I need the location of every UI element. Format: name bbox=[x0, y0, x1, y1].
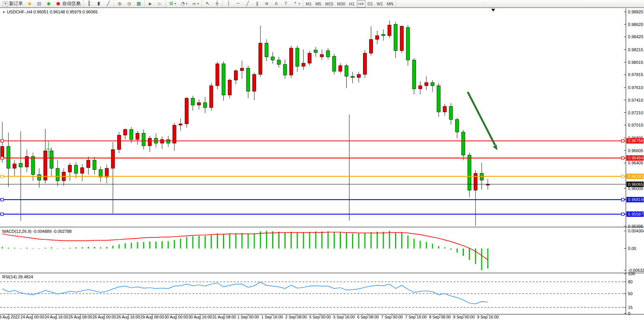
zoom-in-button[interactable]: ⊕ bbox=[115, 0, 124, 7]
candle bbox=[203, 102, 207, 107]
candle bbox=[302, 63, 305, 66]
candle bbox=[240, 68, 244, 71]
price-axis-label: 0.98420 bbox=[628, 34, 643, 39]
bar-chart-button[interactable]: ║ bbox=[85, 0, 94, 7]
vertical-line-button[interactable]: │ bbox=[224, 0, 233, 7]
metaeditor-icon: ◆ bbox=[27, 1, 32, 6]
candle bbox=[99, 169, 102, 177]
line-anchor-handle[interactable] bbox=[621, 213, 624, 216]
line-chart-button[interactable]: ╱ bbox=[104, 0, 113, 7]
timeframe-button-m5[interactable]: M5 bbox=[314, 0, 323, 7]
time-axis-label: 31 Aug 08:00 bbox=[212, 315, 236, 319]
zoom-out-button[interactable]: ⊖ bbox=[125, 0, 134, 7]
candle bbox=[148, 138, 152, 146]
line-anchor-handle[interactable] bbox=[1, 175, 3, 178]
timeframe-button-m30[interactable]: M30 bbox=[336, 0, 347, 7]
navigator-icon: ◉ bbox=[46, 1, 52, 6]
time-axis-label: 29 Aug 08:00 bbox=[140, 315, 164, 319]
timeframe-button-w1[interactable]: W1 bbox=[375, 0, 385, 7]
timeframe-button-d1[interactable]: D1 bbox=[366, 0, 374, 7]
candle bbox=[271, 57, 274, 60]
new-order-button[interactable]: +新订单 bbox=[1, 0, 24, 7]
chevron-down-icon[interactable]: ▾ bbox=[197, 2, 199, 5]
candle bbox=[357, 75, 360, 78]
line-anchor-handle[interactable] bbox=[1, 157, 3, 159]
time-axis-label: 9 Sep 16:00 bbox=[477, 315, 499, 319]
candle bbox=[185, 98, 189, 124]
candlestick-chart-button[interactable]: ▮ bbox=[94, 0, 103, 7]
candle bbox=[351, 76, 354, 78]
macd-indicator-label: MACD(12,26,9) -0.004889 -0.002788 bbox=[2, 229, 72, 234]
line-anchor-handle[interactable] bbox=[621, 157, 624, 159]
line-anchor-handle[interactable] bbox=[621, 140, 624, 142]
timeframe-button-h4[interactable]: H4 bbox=[357, 0, 365, 7]
chevron-down-icon[interactable]: ▾ bbox=[186, 2, 187, 5]
timeframe-label: W1 bbox=[377, 2, 383, 6]
profiles-button[interactable]: ◔▾ bbox=[178, 0, 189, 7]
candle bbox=[136, 133, 139, 140]
text-label-button[interactable]: T bbox=[281, 0, 290, 7]
horizontal-line-button[interactable]: ─ bbox=[234, 0, 242, 7]
horizontal-line-icon: ─ bbox=[235, 1, 241, 6]
text-button[interactable]: A bbox=[272, 0, 281, 7]
candle bbox=[406, 28, 410, 60]
candle bbox=[314, 50, 318, 53]
tile-windows-icon: ▦ bbox=[136, 1, 142, 6]
line-anchor-handle[interactable] bbox=[621, 198, 624, 201]
arrows-button[interactable]: *▾ bbox=[291, 0, 302, 7]
candle bbox=[259, 43, 262, 75]
timeframe-button-h1[interactable]: H1 bbox=[347, 0, 356, 7]
time-axis-label: 30 Aug 00:00 bbox=[165, 315, 188, 319]
tile-windows-button[interactable]: ▦ bbox=[134, 0, 143, 7]
fibonacci-button[interactable]: ≡ bbox=[262, 0, 271, 7]
candle bbox=[87, 160, 90, 168]
timeframe-button-m15[interactable]: M15 bbox=[324, 0, 335, 7]
crosshair-icon: ┼ bbox=[214, 1, 220, 6]
trendline-button[interactable]: ╱ bbox=[243, 0, 252, 7]
candle bbox=[216, 64, 219, 86]
price-badge-label: 0.95587 bbox=[628, 212, 643, 216]
timeframe-button-mn[interactable]: MN bbox=[385, 0, 395, 7]
time-axis-label: 30 Aug 16:00 bbox=[188, 315, 212, 319]
candlestick-chart-icon: ▮ bbox=[96, 1, 102, 6]
line-anchor-handle[interactable] bbox=[1, 140, 3, 142]
price-axis-label: 0.98215 bbox=[628, 47, 643, 52]
arrows-icon: * bbox=[292, 1, 298, 6]
auto-scroll-button[interactable]: ▶ bbox=[146, 0, 155, 7]
timeframe-group: M1M5M15M30H1H4D1W1MN bbox=[303, 0, 396, 8]
price-axis-label: 0.97610 bbox=[628, 85, 643, 90]
cursor-button[interactable]: ↖ bbox=[203, 0, 212, 7]
trendline-icon: ╱ bbox=[245, 1, 250, 6]
new-chart-button[interactable]: ⊞▾ bbox=[167, 0, 178, 7]
market-watch-button[interactable]: ▤ bbox=[35, 0, 44, 7]
chart-menu-icon[interactable]: ▼ bbox=[2, 11, 5, 14]
timeframe-button-m1[interactable]: M1 bbox=[304, 0, 313, 7]
rsi-axis-label: 80 bbox=[628, 279, 633, 284]
time-axis-label: 5 Sep 00:00 bbox=[309, 315, 331, 319]
timeframe-label: D1 bbox=[368, 2, 373, 6]
macd-axis-label: 0.00 bbox=[628, 246, 636, 251]
time-axis-label: 26 Aug 16:00 bbox=[116, 315, 140, 319]
indicators-button[interactable]: ≈▾ bbox=[190, 0, 200, 7]
metaeditor-button[interactable]: ◆ bbox=[25, 0, 34, 7]
candle bbox=[130, 130, 133, 140]
line-anchor-handle[interactable] bbox=[1, 198, 3, 201]
price-chart-canvas[interactable]: 0.988200.986200.984200.982150.980150.978… bbox=[0, 0, 644, 320]
line-chart-icon: ╱ bbox=[105, 1, 111, 6]
auto-trading-button-label: 自动交易 bbox=[62, 0, 81, 7]
crosshair-button[interactable]: ┼ bbox=[213, 0, 221, 7]
chart-shift-button[interactable]: ▷ bbox=[155, 0, 164, 7]
time-axis-label: 24 Aug 16:00 bbox=[45, 315, 68, 319]
equidistant-channel-button[interactable]: ∥ bbox=[253, 0, 261, 7]
candle bbox=[117, 135, 121, 149]
chevron-down-icon[interactable]: ▾ bbox=[174, 2, 176, 5]
candle bbox=[247, 68, 250, 91]
timeframe-label: M5 bbox=[315, 2, 321, 6]
candle bbox=[443, 106, 447, 112]
navigator-button[interactable]: ◉ bbox=[44, 0, 53, 7]
line-anchor-handle[interactable] bbox=[621, 175, 624, 178]
chevron-down-icon[interactable]: ▾ bbox=[299, 2, 300, 5]
line-anchor-handle[interactable] bbox=[1, 213, 3, 216]
auto-trading-button[interactable]: ●自动交易 bbox=[54, 0, 82, 7]
toolbar-group: │─╱∥≡AT*▾ bbox=[223, 0, 303, 8]
